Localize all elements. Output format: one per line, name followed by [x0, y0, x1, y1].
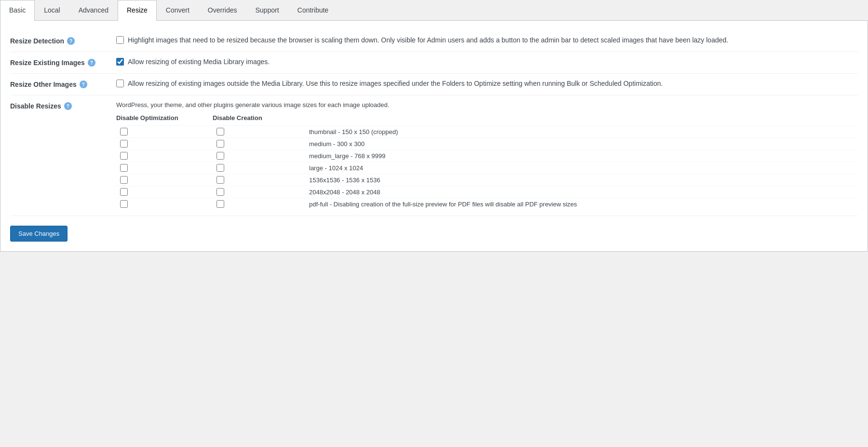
list-item: medium - 300 x 300 — [116, 137, 858, 149]
resize-other-content: Allow resizing of existing images outsid… — [116, 80, 858, 89]
resize-existing-content: Allow resizing of existing Media Library… — [116, 58, 858, 68]
resize-detection-checkbox-label[interactable]: Highlight images that need to be resized… — [128, 36, 728, 44]
resize-other-checkbox-row: Allow resizing of existing images outsid… — [116, 80, 858, 87]
disable-resizes-label: Disable Resizes — [10, 102, 61, 110]
pdf-full-create-checkbox[interactable] — [217, 200, 224, 208]
tab-convert[interactable]: Convert — [157, 0, 199, 21]
resize-other-checkbox-label[interactable]: Allow resizing of existing images outsid… — [128, 80, 663, 87]
large-opt-checkbox[interactable] — [120, 164, 128, 172]
1536-size-name: 1536x1536 - 1536 x 1536 — [309, 176, 858, 184]
tab-advanced[interactable]: Advanced — [69, 0, 118, 21]
resize-existing-help-icon[interactable]: ? — [88, 59, 95, 67]
list-item: medium_large - 768 x 9999 — [116, 149, 858, 162]
disable-resizes-header: Disable Optimization Disable Creation — [116, 114, 858, 122]
thumbnail-opt-checkbox[interactable] — [120, 128, 128, 135]
resize-detection-checkbox[interactable] — [116, 36, 124, 44]
resize-existing-checkbox-row: Allow resizing of existing Media Library… — [116, 58, 858, 66]
1536-opt-checkbox[interactable] — [120, 176, 128, 184]
disable-resizes-content: WordPress, your theme, and other plugins… — [116, 101, 858, 210]
medium-opt-checkbox[interactable] — [120, 140, 128, 148]
tab-local[interactable]: Local — [35, 0, 69, 21]
tab-basic[interactable]: Basic — [0, 0, 35, 21]
large-size-name: large - 1024 x 1024 — [309, 164, 858, 172]
save-changes-button[interactable]: Save Changes — [10, 226, 68, 242]
medium-create-checkbox[interactable] — [217, 140, 224, 148]
header-disable-optimization: Disable Optimization — [116, 114, 213, 122]
resize-existing-row: Resize Existing Images ? Allow resizing … — [10, 52, 858, 74]
resize-existing-checkbox[interactable] — [116, 58, 124, 66]
resize-other-help-icon[interactable]: ? — [80, 81, 87, 88]
medium-large-size-name: medium_large - 768 x 9999 — [309, 152, 858, 160]
resize-other-description: Allow resizing of existing images outsid… — [128, 80, 663, 87]
resize-existing-label: Resize Existing Images — [10, 59, 85, 67]
resize-detection-row: Resize Detection ? Highlight images that… — [10, 30, 858, 52]
disable-resizes-table: Disable Optimization Disable Creation th… — [116, 114, 858, 210]
resize-other-label: Resize Other Images — [10, 81, 77, 88]
disable-resizes-help-icon[interactable]: ? — [64, 102, 72, 110]
medium-size-name: medium - 300 x 300 — [309, 140, 858, 148]
list-item: 1536x1536 - 1536 x 1536 — [116, 174, 858, 186]
2048-create-checkbox[interactable] — [217, 188, 224, 196]
resize-other-row: Resize Other Images ? Allow resizing of … — [10, 74, 858, 95]
disable-resizes-intro: WordPress, your theme, and other plugins… — [116, 101, 858, 108]
resize-other-label-col: Resize Other Images ? — [10, 80, 116, 88]
thumbnail-size-name: thumbnail - 150 x 150 (cropped) — [309, 128, 858, 135]
1536-create-checkbox[interactable] — [217, 176, 224, 184]
disable-resizes-label-col: Disable Resizes ? — [10, 101, 116, 110]
tab-support[interactable]: Support — [246, 0, 288, 21]
resize-existing-description: Allow resizing of existing Media Library… — [128, 58, 270, 66]
list-item: thumbnail - 150 x 150 (cropped) — [116, 125, 858, 137]
resize-detection-label: Resize Detection — [10, 37, 64, 45]
nav-tabs: Basic Local Advanced Resize Convert Over… — [0, 0, 868, 21]
resize-existing-label-col: Resize Existing Images ? — [10, 58, 116, 67]
list-item: pdf-full - Disabling creation of the ful… — [116, 198, 858, 210]
disable-resizes-row: Disable Resizes ? WordPress, your theme,… — [10, 95, 858, 216]
tab-overrides[interactable]: Overrides — [199, 0, 246, 21]
resize-detection-checkbox-row: Highlight images that need to be resized… — [116, 36, 858, 44]
resize-detection-help-icon[interactable]: ? — [67, 37, 75, 45]
medium-large-create-checkbox[interactable] — [217, 152, 224, 160]
2048-size-name: 2048x2048 - 2048 x 2048 — [309, 189, 858, 196]
resize-other-checkbox[interactable] — [116, 80, 124, 87]
large-create-checkbox[interactable] — [217, 164, 224, 172]
medium-large-opt-checkbox[interactable] — [120, 152, 128, 160]
resize-detection-label-col: Resize Detection ? — [10, 36, 116, 45]
list-item: 2048x2048 - 2048 x 2048 — [116, 186, 858, 198]
list-item: large - 1024 x 1024 — [116, 162, 858, 174]
pdf-full-size-name: pdf-full - Disabling creation of the ful… — [309, 201, 858, 208]
tab-contribute[interactable]: Contribute — [288, 0, 338, 21]
thumbnail-create-checkbox[interactable] — [217, 128, 224, 135]
pdf-full-opt-checkbox[interactable] — [120, 200, 128, 208]
resize-detection-content: Highlight images that need to be resized… — [116, 36, 858, 46]
header-disable-creation: Disable Creation — [213, 114, 309, 122]
page-content: Resize Detection ? Highlight images that… — [0, 21, 868, 252]
resize-existing-checkbox-label[interactable]: Allow resizing of existing Media Library… — [128, 58, 270, 66]
tab-resize[interactable]: Resize — [118, 0, 157, 21]
resize-detection-description: Highlight images that need to be resized… — [128, 36, 728, 44]
2048-opt-checkbox[interactable] — [120, 188, 128, 196]
